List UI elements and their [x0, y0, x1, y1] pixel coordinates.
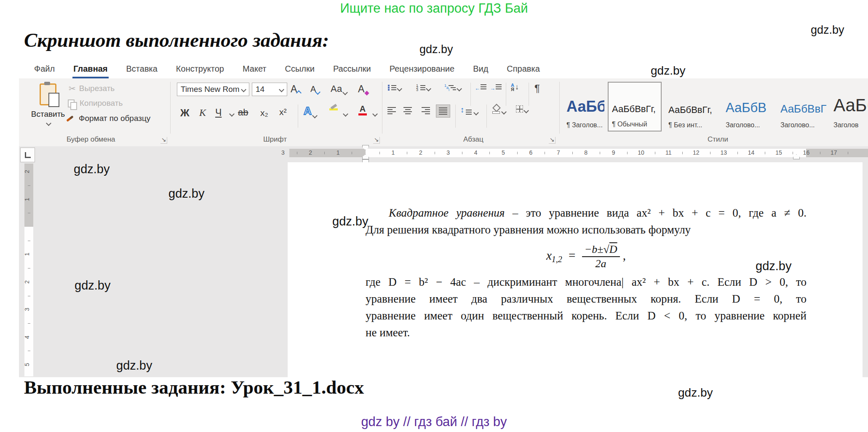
bold-label: Ж: [180, 107, 190, 119]
copy-button[interactable]: Копировать: [68, 99, 123, 108]
sort-letters: А Я: [511, 83, 514, 91]
style-preview: АаБбВвГг,: [612, 104, 656, 115]
style-card-title2[interactable]: АаБбВвГг Заголов: [830, 82, 868, 131]
tab-insert[interactable]: Вставка: [117, 59, 167, 78]
chevron-down-icon: [343, 111, 348, 117]
bullets-button[interactable]: [388, 84, 401, 91]
borders-button[interactable]: [516, 105, 528, 113]
paragraph-dialog-launcher-icon[interactable]: ↘: [549, 137, 556, 144]
paint-bucket-icon: [491, 105, 501, 114]
change-case-label: Аа: [331, 83, 342, 94]
doc-line: уравнение имеет два различных вещественн…: [366, 290, 807, 307]
tab-references[interactable]: Ссылки: [276, 59, 324, 78]
v-ruler[interactable]: 2112345: [24, 164, 33, 376]
screen: Ищите нас по запросу ГДЗ Бай gdz.by Скри…: [0, 0, 868, 432]
tab-view[interactable]: Вид: [464, 59, 497, 78]
subscript-button[interactable]: x₂: [260, 108, 268, 118]
font-dialog-launcher-icon[interactable]: ↘: [373, 137, 380, 144]
font-size-select[interactable]: 14: [252, 83, 287, 96]
numbering-button[interactable]: 1 2 3: [416, 84, 430, 91]
multilevel-list-icon: 1 a i: [444, 84, 456, 91]
page-title: Скриншот выполненного задания:: [24, 29, 329, 51]
word-window: Файл Главная Вставка Конструктор Макет С…: [19, 59, 868, 377]
doc-term: Квадратное уравнения: [389, 207, 505, 219]
chevron-down-icon: [229, 111, 235, 117]
indent-icon: →: [491, 84, 502, 89]
chevron-down-icon: [457, 86, 462, 91]
chevron-down-icon: [372, 111, 378, 117]
tab-design[interactable]: Конструктор: [167, 59, 233, 78]
chevron-down-icon: [279, 87, 284, 92]
watermark: gdz.by: [419, 43, 453, 56]
italic-button[interactable]: К: [199, 107, 206, 118]
align-right-button[interactable]: [422, 107, 430, 114]
clear-formatting-label: А: [358, 83, 364, 95]
clipboard-dialog-launcher-icon[interactable]: ↘: [160, 137, 167, 144]
tab-mailings[interactable]: Рассылки: [324, 59, 380, 78]
formula-comma: ,: [623, 249, 626, 262]
watermark: gdz.by: [116, 359, 152, 373]
style-card-no-spacing[interactable]: АаБбВвГг, ¶ Без инт...: [665, 82, 719, 131]
group-separator: [170, 82, 171, 134]
superscript-button[interactable]: x²: [279, 107, 287, 117]
cut-button[interactable]: ✂ Вырезать: [69, 83, 115, 94]
underline-button[interactable]: Ч: [215, 107, 222, 118]
tab-review[interactable]: Рецензирование: [380, 59, 464, 78]
style-card-title[interactable]: АаБбВвГг ¶ Заголов...: [563, 82, 604, 131]
h-ruler[interactable]: 3211234567891011121314151617: [289, 149, 868, 157]
group-separator: [382, 82, 382, 134]
separator: [486, 105, 487, 128]
shading-button[interactable]: [491, 105, 506, 114]
change-case-button[interactable]: Аа: [331, 83, 347, 94]
spacing-lines-icon: [466, 110, 472, 115]
bold-button[interactable]: Ж: [180, 107, 190, 119]
chevron-down-icon: [426, 86, 431, 91]
chevron-down-icon: [501, 109, 507, 115]
cut-label: Вырезать: [79, 84, 115, 93]
tab-home[interactable]: Главная: [64, 59, 117, 78]
chevron-down-icon: [342, 90, 348, 95]
justify-button[interactable]: [436, 105, 450, 118]
style-card-heading2[interactable]: АаБбВвГ Заголово...: [777, 82, 827, 131]
highlight-color-button[interactable]: [329, 105, 338, 110]
paste-button[interactable]: Вставить: [29, 81, 67, 133]
clear-formatting-button[interactable]: А: [358, 83, 369, 95]
tab-layout[interactable]: Макет: [233, 59, 276, 78]
style-caption: Заголово...: [780, 121, 815, 129]
format-painter-button[interactable]: Формат по образцу: [66, 114, 150, 123]
decrease-indent-button[interactable]: ←: [475, 84, 486, 89]
font-family-select[interactable]: Times New Rom: [177, 83, 249, 96]
chevron-down-icon: [312, 113, 318, 118]
formula-var: x: [546, 249, 552, 262]
style-preview: АаБбВвГг: [833, 95, 868, 115]
underline-label: Ч: [215, 107, 222, 118]
tab-file[interactable]: Файл: [25, 59, 64, 78]
text-effects-button[interactable]: А: [304, 105, 317, 118]
style-caption: ¶ Без инт...: [668, 121, 702, 129]
align-left-icon: [387, 107, 396, 114]
sort-button[interactable]: А Я ↓: [511, 83, 519, 91]
borders-grid-icon: [516, 105, 523, 113]
footer-links[interactable]: gdz by // гдз бай // гдз by: [0, 414, 868, 429]
tab-help[interactable]: Справка: [497, 59, 549, 78]
caret-up-icon: [296, 90, 302, 96]
show-marks-button[interactable]: ¶: [534, 83, 540, 94]
increase-indent-button[interactable]: →: [491, 84, 502, 89]
align-center-button[interactable]: [403, 107, 412, 114]
line-spacing-button[interactable]: ↕: [460, 105, 478, 115]
style-card-heading1[interactable]: АаБбВ Заголово...: [722, 82, 774, 131]
styles-group-label: Стили: [708, 135, 728, 144]
doc-line: не имеет.: [366, 324, 807, 341]
tab-stop-selector[interactable]: [20, 148, 35, 162]
watermark: gdz.by: [678, 386, 713, 400]
grow-font-button[interactable]: А: [291, 83, 301, 95]
chevron-down-icon: [241, 87, 246, 92]
font-color-button[interactable]: А: [358, 105, 367, 115]
separator: [506, 83, 506, 106]
strikethrough-button[interactable]: ab: [238, 107, 248, 118]
align-left-button[interactable]: [387, 107, 396, 114]
style-card-normal[interactable]: АаБбВвГг, ¶ Обычный: [608, 82, 662, 131]
ribbon: Вставить ✂ Вырезать Копировать Формат по…: [19, 78, 868, 147]
multilevel-list-button[interactable]: 1 a i: [444, 84, 461, 91]
shrink-font-button[interactable]: А: [310, 84, 320, 94]
